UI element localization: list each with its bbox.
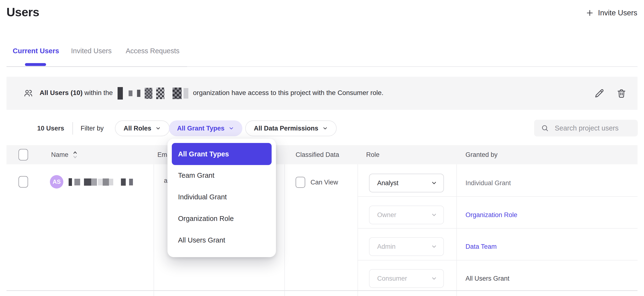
invite-users-label: Invite Users [598, 9, 637, 17]
table-header: Name Email Classified Data Role Granted … [6, 145, 638, 164]
role-select: Admin [369, 237, 444, 256]
search-project-users[interactable] [534, 120, 638, 136]
can-view-label: Can View [310, 177, 338, 188]
column-divider [154, 164, 154, 296]
column-header-role: Role [366, 145, 380, 164]
pencil-icon[interactable] [594, 88, 605, 99]
filter-all-data-permissions[interactable]: All Data Permissions [245, 120, 337, 136]
sort-icon[interactable] [72, 145, 82, 164]
menu-item-team-grant[interactable]: Team Grant [178, 170, 214, 180]
can-view-checkbox[interactable] [296, 177, 305, 188]
row-divider [358, 196, 638, 197]
plus-icon [586, 9, 594, 17]
column-divider [284, 164, 285, 296]
row-divider [6, 290, 638, 291]
chevron-down-icon [431, 275, 437, 282]
row-checkbox[interactable] [18, 176, 28, 188]
chevron-down-icon [431, 180, 437, 186]
select-all-checkbox[interactable] [18, 149, 28, 160]
role-select: Consumer [369, 269, 444, 288]
tabs-divider [6, 66, 187, 67]
column-header-granted-by: Granted by [466, 145, 498, 164]
row-divider [358, 228, 638, 228]
email-cell: a [164, 177, 168, 184]
role-select: Owner [369, 206, 444, 224]
chevron-down-icon [431, 244, 437, 250]
chevron-down-icon [228, 126, 234, 131]
column-header-classified-data: Classified Data [296, 145, 339, 164]
menu-item-all-grant-types[interactable]: All Grant Types [172, 143, 272, 165]
menu-item-all-users-grant[interactable]: All Users Grant [178, 235, 225, 246]
users-icon [23, 88, 33, 98]
tab-current-users[interactable]: Current Users [13, 47, 59, 55]
users-page: Users Invite Users Current Users Invited… [0, 0, 644, 296]
divider [187, 66, 638, 67]
banner-text: All Users (10) within the organization h… [40, 87, 384, 100]
column-header-name: Name [51, 145, 68, 164]
filter-by-label: Filter by [80, 120, 104, 136]
tab-invited-users[interactable]: Invited Users [71, 47, 112, 55]
divider [72, 122, 73, 134]
page-title: Users [6, 5, 39, 19]
tab-access-requests[interactable]: Access Requests [126, 47, 180, 55]
chevron-down-icon [155, 126, 161, 131]
granted-by-link[interactable]: Organization Role [466, 210, 517, 220]
redacted-org-name [118, 89, 190, 96]
column-divider [456, 164, 457, 296]
role-select[interactable]: Analyst [369, 174, 444, 192]
granted-by-link[interactable]: Data Team [466, 242, 497, 252]
trash-icon[interactable] [616, 88, 627, 99]
redacted-user-name [68, 178, 133, 186]
avatar: AS [50, 175, 63, 188]
granted-by-text: All Users Grant [466, 274, 510, 283]
filter-all-grant-types[interactable]: All Grant Types [169, 120, 242, 136]
granted-by-text: Individual Grant [466, 178, 511, 188]
menu-item-individual-grant[interactable]: Individual Grant [178, 192, 227, 202]
invite-users-button[interactable]: Invite Users [586, 9, 637, 17]
user-count: 10 Users [37, 120, 64, 136]
column-divider [358, 164, 358, 296]
chevron-down-icon [431, 212, 437, 218]
menu-item-organization-role[interactable]: Organization Role [178, 213, 234, 224]
active-tab-indicator [25, 63, 46, 66]
grant-types-menu: All Grant Types Team Grant Individual Gr… [168, 139, 276, 257]
all-users-banner: All Users (10) within the organization h… [6, 77, 638, 110]
search-icon [541, 124, 549, 132]
filter-all-roles[interactable]: All Roles [115, 120, 170, 136]
search-input[interactable] [554, 124, 631, 132]
chevron-down-icon [322, 126, 328, 131]
row-divider [358, 260, 638, 260]
